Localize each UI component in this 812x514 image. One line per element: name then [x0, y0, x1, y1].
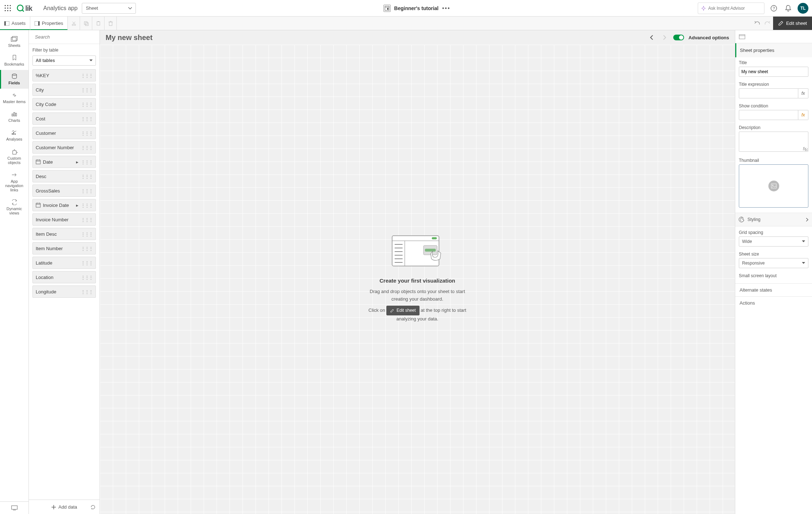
notifications-icon[interactable]: [783, 3, 793, 13]
svg-text:?: ?: [773, 6, 775, 10]
svg-rect-27: [97, 22, 100, 25]
rail-dynamic-views[interactable]: Dynamic views: [0, 196, 28, 219]
title-expr-input[interactable]: [739, 88, 798, 98]
undo-icon[interactable]: [754, 21, 761, 26]
inline-edit-sheet-chip: Edit sheet: [386, 306, 419, 315]
svg-rect-29: [109, 22, 112, 26]
alternate-states-section[interactable]: Alternate states: [735, 283, 812, 296]
svg-line-23: [72, 22, 75, 24]
svg-line-10: [22, 10, 24, 12]
assets-panel: Filter by table All tables %KEY⋮⋮⋮City⋮⋮…: [29, 30, 100, 514]
more-menu-icon[interactable]: •••: [442, 5, 451, 12]
delete-button[interactable]: [105, 17, 117, 30]
svg-rect-25: [84, 22, 87, 25]
help-icon[interactable]: ?: [769, 3, 779, 13]
insight-input[interactable]: [708, 6, 761, 11]
sheet-dropdown-label: Sheet: [86, 5, 98, 11]
grip-icon: ⋮⋮⋮: [81, 188, 93, 194]
prev-sheet-button[interactable]: [647, 33, 656, 42]
edit-sheet-button[interactable]: Edit sheet: [773, 17, 812, 30]
refresh-button[interactable]: [90, 504, 96, 510]
field-item[interactable]: Longitude⋮⋮⋮: [32, 285, 96, 298]
rail-app-nav-links[interactable]: App navigation links: [0, 168, 28, 196]
svg-rect-8: [10, 10, 11, 11]
field-item[interactable]: Cost⋮⋮⋮: [32, 112, 96, 125]
assets-search-input[interactable]: [35, 34, 96, 40]
redo-icon[interactable]: [764, 21, 770, 26]
rail-fields[interactable]: Fields: [0, 70, 28, 89]
field-label: Item Number: [36, 246, 63, 251]
app-launcher-icon[interactable]: [4, 4, 12, 13]
svg-rect-37: [15, 113, 17, 116]
grip-icon: ⋮⋮⋮: [81, 289, 93, 294]
rail-sheets[interactable]: Sheets: [0, 32, 28, 51]
grip-icon: ⋮⋮⋮: [81, 73, 93, 78]
show-cond-input[interactable]: [739, 110, 798, 120]
cut-button[interactable]: [68, 17, 80, 30]
assets-toggle[interactable]: Assets: [0, 17, 30, 30]
assets-label: Assets: [12, 21, 26, 26]
field-item[interactable]: Item Number⋮⋮⋮: [32, 242, 96, 254]
field-item[interactable]: Customer⋮⋮⋮: [32, 127, 96, 139]
svg-rect-35: [12, 114, 13, 116]
field-item[interactable]: City Code⋮⋮⋮: [32, 98, 96, 110]
sheet-canvas[interactable]: Create your first visualization Drag and…: [100, 45, 735, 514]
sheet-overview-icon[interactable]: [383, 5, 391, 12]
actions-section[interactable]: Actions: [735, 296, 812, 309]
svg-rect-40: [15, 133, 15, 135]
sheet-object-icon[interactable]: [739, 34, 745, 39]
rail-custom-objects[interactable]: Custom objects: [0, 145, 28, 168]
paste-button[interactable]: [92, 17, 105, 30]
grip-icon: ⋮⋮⋮: [81, 102, 93, 107]
title-expr-label: Title expression: [739, 82, 808, 87]
field-item[interactable]: City⋮⋮⋮: [32, 84, 96, 96]
field-item[interactable]: %KEY⋮⋮⋮: [32, 69, 96, 81]
rail-master-items[interactable]: Master items: [0, 89, 28, 107]
field-item[interactable]: Item Desc⋮⋮⋮: [32, 228, 96, 240]
field-label: Item Desc: [36, 231, 57, 237]
next-sheet-button[interactable]: [660, 33, 669, 42]
rail-analyses[interactable]: Analyses: [0, 126, 28, 145]
rail-charts[interactable]: Charts: [0, 107, 28, 126]
show-cond-label: Show condition: [739, 103, 808, 108]
properties-panel: Sheet properties Title Title expression …: [735, 30, 812, 514]
rail-bookmarks[interactable]: Bookmarks: [0, 51, 28, 70]
sheet-size-select[interactable]: Responsive: [739, 258, 808, 268]
svg-point-70: [772, 185, 773, 186]
title-expr-fx-button[interactable]: fx: [798, 88, 808, 98]
avatar[interactable]: TL: [798, 3, 808, 14]
rail-bottom-button[interactable]: [0, 501, 28, 514]
svg-point-34: [12, 74, 17, 75]
styling-section[interactable]: Styling: [735, 213, 812, 226]
description-fx-icon[interactable]: fx: [803, 146, 806, 151]
thumbnail-picker[interactable]: [739, 164, 808, 208]
qlik-logo: lik: [17, 4, 37, 13]
field-item[interactable]: Customer Number⋮⋮⋮: [32, 141, 96, 154]
table-filter-dropdown[interactable]: All tables: [32, 56, 96, 66]
field-item[interactable]: Desc⋮⋮⋮: [32, 170, 96, 182]
field-item[interactable]: Latitude⋮⋮⋮: [32, 257, 96, 269]
field-item[interactable]: Invoice Number⋮⋮⋮: [32, 213, 96, 226]
chevron-down-icon: [802, 240, 805, 243]
properties-toggle[interactable]: Properties: [30, 17, 68, 30]
title-input[interactable]: [739, 67, 808, 77]
grid-spacing-select[interactable]: Wide: [739, 236, 808, 247]
field-item[interactable]: Invoice Date▸⋮⋮⋮: [32, 199, 96, 211]
insight-advisor-search[interactable]: [698, 3, 764, 14]
field-item[interactable]: Location⋮⋮⋮: [32, 271, 96, 283]
chevron-down-icon: [89, 59, 93, 62]
add-data-button[interactable]: Add data: [51, 504, 77, 510]
sheet-dropdown[interactable]: Sheet: [82, 3, 136, 14]
advanced-options-toggle[interactable]: [673, 35, 684, 40]
show-cond-fx-button[interactable]: fx: [798, 110, 808, 120]
grip-icon: ⋮⋮⋮: [81, 116, 93, 121]
svg-point-43: [32, 37, 33, 37]
svg-point-22: [74, 24, 76, 26]
svg-rect-67: [739, 35, 745, 39]
grip-icon: ⋮⋮⋮: [81, 260, 93, 266]
field-item[interactable]: GrossSales⋮⋮⋮: [32, 185, 96, 197]
field-item[interactable]: Date▸⋮⋮⋮: [32, 156, 96, 168]
copy-button[interactable]: [80, 17, 92, 30]
description-textarea[interactable]: [739, 132, 808, 152]
sparkle-icon: [701, 5, 706, 11]
